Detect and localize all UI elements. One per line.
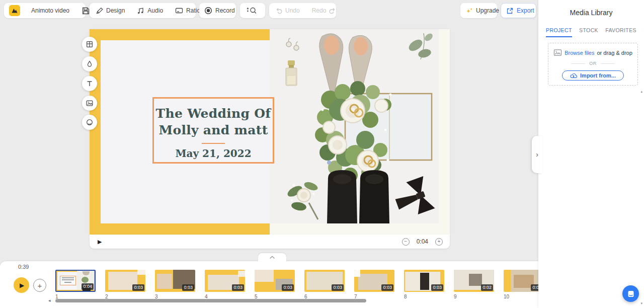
magic-search-group	[240, 3, 265, 18]
animoto-editor: Animoto video ▾ Design Audio	[0, 0, 644, 308]
slide-duration-badge: 0:03	[182, 284, 194, 291]
audio-button[interactable]: Audio	[131, 3, 169, 18]
slide-thumbnail[interactable]: 0:03	[404, 270, 444, 292]
project-name[interactable]: Animoto video	[25, 3, 75, 18]
animoto-logo-icon	[9, 5, 20, 16]
timeline-slide: 0:03 4	[205, 270, 245, 299]
upgrade-button[interactable]: Upgrade	[460, 3, 504, 18]
chevron-right-icon: ›	[536, 150, 538, 159]
redo-button[interactable]: Redo	[306, 3, 343, 18]
scrollbar-left-arrow[interactable]: ◂	[48, 298, 51, 303]
record-button[interactable]: Record	[199, 3, 240, 18]
panel-scroll-up-arrow[interactable]: ▴	[640, 90, 642, 94]
timeline-slide: 0:03 6	[304, 270, 345, 299]
sparkles-icon	[465, 7, 473, 15]
panel-collapse-handle[interactable]: ›	[532, 136, 542, 173]
chevron-up-icon	[269, 256, 275, 259]
sticker-icon	[86, 118, 94, 126]
music-note-icon	[137, 7, 144, 15]
slide-title-box[interactable]: The Wedding Of Molly and matt May 21, 20…	[152, 97, 274, 164]
slide-title-line1: The Wedding Of	[154, 105, 273, 122]
slide-number: 8	[404, 294, 444, 299]
ratio-icon	[175, 7, 183, 14]
animoto-logo[interactable]	[4, 3, 25, 18]
slide-thumbnail[interactable]: 0:03	[354, 270, 394, 292]
timeline-panel: 0:39 ▶ + 0:04 1 0:03 2	[0, 261, 538, 308]
upload-dropzone[interactable]: Browse files or drag & drop OR Import fr…	[548, 43, 638, 86]
slide-thumbnail[interactable]: 0:04	[55, 270, 96, 292]
slide-thumbnail[interactable]: 0:02	[504, 270, 538, 292]
droplet-icon	[86, 60, 94, 68]
title-divider	[202, 143, 225, 144]
slide-wedding-photo[interactable]	[270, 29, 439, 223]
playback-time: 0:04	[417, 238, 428, 245]
browse-files-link[interactable]: Browse files	[565, 50, 594, 56]
playback-controls: − 0:04 +	[402, 238, 450, 246]
project-toolbar-group: Animoto video ▾	[4, 3, 86, 18]
layout-tool-button[interactable]	[82, 37, 97, 52]
thumbnail-photo-block	[137, 270, 145, 275]
slide-thumbnail[interactable]: 0:03	[155, 270, 195, 292]
tab-stock[interactable]: STOCK	[579, 27, 598, 37]
color-tool-button[interactable]	[82, 56, 97, 71]
timeline-slide: 0:02 10	[504, 270, 538, 299]
preview-play-button[interactable]: ▶	[98, 239, 102, 245]
or-separator: OR	[548, 61, 637, 66]
cloud-upload-icon	[570, 72, 577, 79]
thumbnail-photo-block	[354, 270, 360, 277]
layout-grid-icon	[86, 40, 94, 48]
slide-duration-badge: 0:03	[282, 284, 294, 291]
timeline-slide: 0:03 3	[155, 270, 195, 299]
thumbnail-photo-block	[420, 273, 429, 290]
record-icon	[204, 7, 212, 15]
chat-support-button[interactable]	[622, 285, 639, 302]
export-button[interactable]: Export	[501, 4, 539, 18]
import-from-button[interactable]: Import from...	[562, 70, 624, 81]
upgrade-group: Upgrade	[460, 3, 497, 18]
sticker-tool-button[interactable]	[82, 115, 97, 130]
tab-favorites[interactable]: FAVORITES	[605, 27, 636, 37]
media-library-title: Media Library	[538, 9, 644, 17]
mini-bouquet-shape	[82, 277, 89, 283]
mini-title-box	[60, 276, 76, 285]
slide-title-line2: Molly and matt	[154, 122, 273, 138]
slide-duration-badge: 0:03	[431, 284, 443, 291]
wedding-flatlay-illustration	[270, 29, 439, 223]
slide-number: 9	[454, 294, 494, 299]
timeline-slide: 0:04 1	[55, 270, 96, 299]
timeline-slide: 0:03 5	[255, 270, 295, 299]
export-group: Export	[501, 3, 536, 18]
slide-duration-badge: 0:03	[232, 284, 244, 291]
timeline-thumbnails: 0:04 1 0:03 2 0:03 3 0:	[55, 270, 538, 299]
timeline-collapse-button[interactable]	[258, 253, 286, 261]
undo-button[interactable]: Undo	[269, 3, 306, 18]
playback-bar: ▶ − 0:04 +	[90, 235, 450, 249]
text-tool-button[interactable]	[82, 76, 97, 91]
media-library-tabs: PROJECT STOCK FAVORITES	[538, 27, 644, 37]
media-tool-button[interactable]	[82, 96, 97, 111]
total-duration: 0:39	[18, 264, 29, 270]
magic-search-button[interactable]	[240, 3, 263, 18]
thumbnail-photo-block	[469, 274, 482, 286]
slide-thumbnail[interactable]: 0:02	[454, 270, 494, 292]
record-toolbar-group: Record	[199, 3, 236, 18]
browse-row: Browse files or drag & drop	[548, 49, 637, 56]
timeline-slide: 0:03 7	[354, 270, 394, 299]
thumbnail-photo-block	[157, 274, 172, 289]
slide-duration-badge: 0:03	[381, 284, 393, 291]
slide-thumbnail[interactable]: 0:03	[304, 270, 345, 292]
timeline-scrollbar[interactable]	[55, 299, 366, 302]
slide-thumbnail[interactable]: 0:03	[105, 270, 145, 292]
zoom-in-button[interactable]: +	[435, 238, 443, 246]
timeline-play-button[interactable]: ▶	[14, 277, 29, 293]
design-button[interactable]: Design	[90, 3, 131, 18]
magic-search-icon	[246, 7, 257, 15]
add-block-button[interactable]: +	[33, 279, 46, 292]
panel-scroll-down-arrow[interactable]: ▾	[640, 301, 642, 305]
slide-thumbnail[interactable]: 0:03	[255, 270, 295, 292]
video-canvas[interactable]: The Wedding Of Molly and matt May 21, 20…	[90, 29, 450, 235]
slide-thumbnail[interactable]: 0:03	[205, 270, 245, 292]
tab-project[interactable]: PROJECT	[546, 27, 572, 37]
slide-duration-badge: 0:03	[132, 284, 144, 291]
zoom-out-button[interactable]: −	[402, 238, 410, 246]
